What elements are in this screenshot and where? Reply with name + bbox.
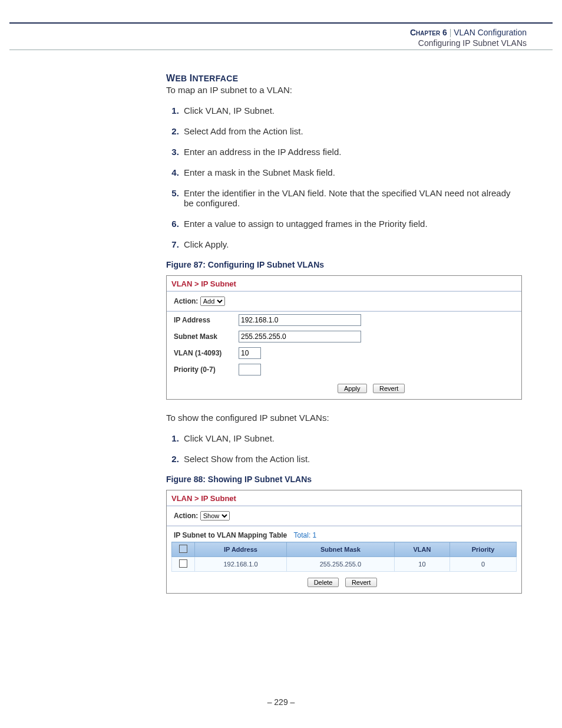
mapping-table: IP Address Subnet Mask VLAN Priority 192…: [171, 542, 517, 572]
step-item: Select Add from the Action list.: [181, 126, 522, 136]
table-header-row: IP Address Subnet Mask VLAN Priority: [172, 542, 517, 557]
panel-show: VLAN > IP Subnet Action: Show IP Subnet …: [166, 490, 522, 594]
header-pipe: |: [449, 28, 452, 37]
table-title: IP Subnet to VLAN Mapping Table: [174, 531, 287, 539]
subnet-mask-label: Subnet Mask: [174, 332, 239, 341]
step-item: Click VLAN, IP Subnet.: [181, 433, 522, 443]
section-heading: WEB INTERFACE: [166, 73, 522, 84]
cell-vlan: 10: [394, 557, 449, 572]
step-item: Enter the identifier in the VLAN field. …: [181, 188, 522, 208]
breadcrumb: VLAN > IP Subnet: [167, 490, 521, 505]
figure-caption-88: Figure 88: Showing IP Subnet VLANs: [166, 475, 522, 484]
table-title-row: IP Subnet to VLAN Mapping Table Total: 1: [167, 526, 521, 542]
page-number: 229: [274, 697, 287, 707]
cell-mask: 255.255.255.0: [286, 557, 394, 572]
page-footer: – 229 –: [0, 697, 562, 707]
revert-button[interactable]: Revert: [373, 384, 405, 393]
steps-list-1: Click VLAN, IP Subnet. Select Add from t…: [166, 106, 522, 249]
figure-caption-87: Figure 87: Configuring IP Subnet VLANs: [166, 260, 522, 269]
intro-text-1: To map an IP subnet to a VLAN:: [166, 85, 522, 95]
chapter-label: Chapter 6: [410, 28, 447, 37]
rule-top: [9, 22, 553, 24]
step-item: Enter a value to assign to untagged fram…: [181, 219, 522, 229]
header-subtitle: Configuring IP Subnet VLANs: [410, 38, 527, 48]
col-mask: Subnet Mask: [286, 542, 394, 557]
step-item: Click VLAN, IP Subnet.: [181, 106, 522, 116]
table-total: Total: 1: [294, 531, 317, 539]
cell-priority: 0: [450, 557, 517, 572]
step-item: Enter an address in the IP Address field…: [181, 147, 522, 157]
table-row: 192.168.1.0 255.255.255.0 10 0: [172, 557, 517, 572]
select-all-header[interactable]: [172, 542, 195, 557]
subnet-mask-input[interactable]: [239, 331, 361, 342]
vlan-input[interactable]: [239, 347, 261, 359]
breadcrumb: VLAN > IP Subnet: [167, 276, 521, 291]
rule-mid: [9, 50, 553, 50]
ip-address-input[interactable]: [239, 314, 361, 326]
step-item: Select Show from the Action list.: [181, 454, 522, 464]
apply-button[interactable]: Apply: [338, 384, 367, 393]
col-ip: IP Address: [195, 542, 287, 557]
checkbox-icon: [179, 545, 187, 553]
action-select[interactable]: Add: [200, 297, 225, 306]
steps-list-2: Click VLAN, IP Subnet. Select Show from …: [166, 433, 522, 464]
action-label: Action:: [174, 512, 198, 520]
vlan-label: VLAN (1-4093): [174, 349, 239, 357]
action-row: Action: Add: [167, 292, 521, 311]
action-select[interactable]: Show: [200, 511, 230, 521]
col-vlan: VLAN: [394, 542, 449, 557]
checkbox-icon: [179, 559, 187, 568]
step-item: Click Apply.: [181, 239, 522, 249]
cell-ip: 192.168.1.0: [195, 557, 287, 572]
action-label: Action:: [174, 297, 198, 305]
intro-text-2: To show the configured IP subnet VLANs:: [166, 413, 522, 423]
panel-add: VLAN > IP Subnet Action: Add IP Address …: [166, 275, 522, 400]
row-select[interactable]: [172, 557, 195, 572]
page-header: Chapter 6 | VLAN Configuration Configuri…: [410, 27, 527, 48]
ip-address-label: IP Address: [174, 316, 239, 324]
priority-input[interactable]: [239, 364, 261, 375]
col-priority: Priority: [450, 542, 517, 557]
action-row: Action: Show: [167, 506, 521, 525]
priority-label: Priority (0-7): [174, 365, 239, 374]
header-title: VLAN Configuration: [454, 28, 527, 37]
delete-button[interactable]: Delete: [308, 578, 339, 587]
revert-button[interactable]: Revert: [345, 578, 377, 587]
step-item: Enter a mask in the Subnet Mask field.: [181, 167, 522, 177]
